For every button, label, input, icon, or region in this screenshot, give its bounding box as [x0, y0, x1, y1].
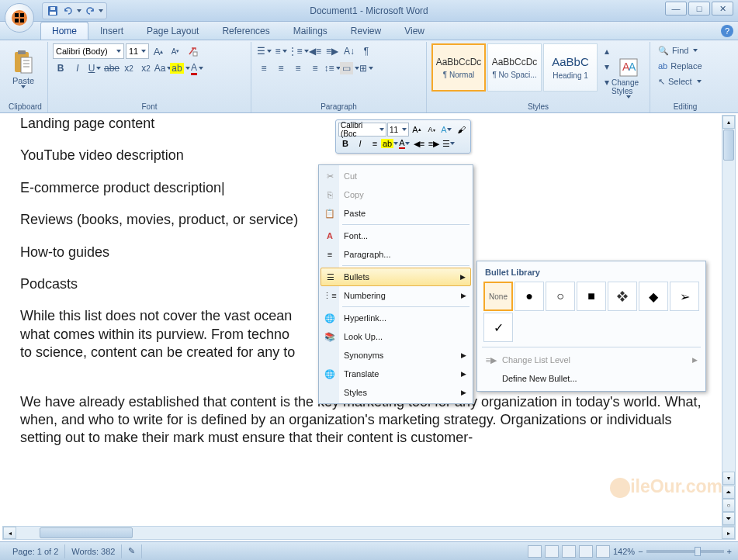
- horizontal-scrollbar[interactable]: ◂ ▸: [2, 526, 736, 540]
- view-outline-icon[interactable]: [579, 545, 593, 558]
- highlight-icon[interactable]: ab: [172, 60, 188, 76]
- mini-font-combo[interactable]: Calibri (Boc: [338, 123, 386, 137]
- shading-icon[interactable]: ▭: [341, 60, 357, 76]
- mini-format-painter-icon[interactable]: 🖌: [454, 123, 468, 137]
- mini-grow-icon[interactable]: A▴: [410, 123, 424, 137]
- vscroll-thumb[interactable]: [723, 130, 734, 161]
- ctx-lookup[interactable]: 📚Look Up...: [320, 327, 471, 346]
- font-color-icon[interactable]: A: [189, 60, 205, 76]
- tab-mailings[interactable]: Mailings: [282, 22, 339, 40]
- italic-icon[interactable]: I: [70, 60, 85, 76]
- ctx-numbering[interactable]: ⋮≡Numbering▶: [320, 286, 471, 305]
- ctx-font[interactable]: AFont...: [320, 226, 471, 245]
- strikethrough-icon[interactable]: abe: [104, 60, 120, 76]
- qat-customize-icon[interactable]: [99, 9, 103, 12]
- browse-object-icon[interactable]: ○: [722, 499, 735, 512]
- bullet-diamond[interactable]: ◆: [639, 282, 668, 311]
- superscript-icon[interactable]: x2: [138, 60, 154, 76]
- vertical-scrollbar[interactable]: ▴ ▾ ⏶ ○ ⏷: [722, 115, 736, 526]
- change-case-icon[interactable]: Aa: [155, 60, 171, 76]
- redo-icon[interactable]: [83, 4, 97, 18]
- ctx-cut[interactable]: ✂Cut: [320, 167, 471, 185]
- subscript-icon[interactable]: x2: [121, 60, 137, 76]
- mini-styles-icon[interactable]: A: [439, 123, 453, 137]
- mini-dec-indent-icon[interactable]: ◀≡: [412, 137, 426, 150]
- mini-italic-icon[interactable]: I: [353, 137, 367, 150]
- scroll-left-icon[interactable]: ◂: [3, 527, 16, 539]
- scroll-up-icon[interactable]: ▴: [722, 116, 735, 129]
- zoom-out-icon[interactable]: −: [638, 547, 643, 556]
- mini-bold-icon[interactable]: B: [338, 137, 352, 150]
- bullet-arrow[interactable]: ➢: [670, 282, 699, 311]
- ctx-paragraph[interactable]: ≡Paragraph...: [320, 245, 471, 264]
- office-button[interactable]: [5, 3, 34, 33]
- replace-button[interactable]: abReplace: [655, 59, 715, 73]
- zoom-level[interactable]: 142%: [613, 547, 635, 556]
- scroll-down-icon[interactable]: ▾: [722, 472, 735, 485]
- ctx-bullets[interactable]: ☰Bullets▶: [320, 268, 471, 286]
- paste-button[interactable]: Paste: [8, 43, 39, 95]
- save-icon[interactable]: [46, 4, 60, 18]
- style-no-spacing[interactable]: AaBbCcDc ¶ No Spaci...: [487, 43, 542, 92]
- font-family-combo[interactable]: Calibri (Body): [53, 43, 124, 59]
- ctx-styles[interactable]: Styles▶: [320, 383, 471, 402]
- mini-shrink-icon[interactable]: A▾: [424, 123, 438, 137]
- align-left-icon[interactable]: ≡: [256, 60, 272, 76]
- tab-references[interactable]: References: [210, 22, 281, 40]
- view-web-icon[interactable]: [562, 545, 576, 558]
- status-proofing-icon[interactable]: ✎: [122, 544, 142, 558]
- grow-font-icon[interactable]: A▴: [151, 43, 166, 59]
- bullet-square[interactable]: ■: [577, 282, 606, 311]
- select-button[interactable]: ↖Select: [655, 74, 715, 88]
- status-page[interactable]: Page: 1 of 2: [6, 544, 65, 558]
- zoom-in-icon[interactable]: +: [727, 547, 732, 556]
- view-draft-icon[interactable]: [596, 545, 610, 558]
- mini-inc-indent-icon[interactable]: ≡▶: [427, 137, 441, 150]
- ctx-translate[interactable]: 🌐Translate▶: [320, 365, 471, 383]
- bullet-4diamond[interactable]: [608, 282, 637, 311]
- close-button[interactable]: ✕: [712, 2, 733, 16]
- tab-view[interactable]: View: [393, 22, 436, 40]
- zoom-thumb[interactable]: [695, 547, 701, 556]
- view-print-layout-icon[interactable]: [528, 545, 542, 558]
- minimize-button[interactable]: —: [665, 2, 687, 16]
- prev-page-icon[interactable]: ⏶: [722, 486, 735, 499]
- status-words[interactable]: Words: 382: [65, 544, 122, 558]
- zoom-slider[interactable]: [646, 550, 724, 553]
- next-page-icon[interactable]: ⏷: [722, 512, 735, 525]
- bullet-none[interactable]: None: [483, 282, 513, 311]
- style-heading1[interactable]: AaBbC Heading 1: [543, 43, 598, 92]
- ctx-hyperlink[interactable]: 🌐Hyperlink...: [320, 309, 471, 327]
- bullet-circle[interactable]: ○: [546, 282, 575, 311]
- increase-indent-icon[interactable]: ≡▶: [324, 43, 340, 59]
- hscroll-thumb[interactable]: [40, 527, 133, 538]
- undo-dropdown-icon[interactable]: [77, 9, 81, 12]
- ctx-copy[interactable]: ⎘Copy: [320, 185, 471, 204]
- ctx-synonyms[interactable]: Synonyms▶: [320, 346, 471, 365]
- ctx-paste[interactable]: 📋Paste: [320, 204, 471, 223]
- define-new-bullet[interactable]: Define New Bullet...: [480, 369, 702, 388]
- mini-size-combo[interactable]: 11: [387, 123, 409, 137]
- help-icon[interactable]: ?: [721, 25, 733, 37]
- shrink-font-icon[interactable]: A▾: [168, 43, 183, 59]
- mini-font-color-icon[interactable]: A: [397, 137, 411, 150]
- scroll-right-icon[interactable]: ▸: [722, 527, 735, 539]
- bullets-icon[interactable]: ☰: [256, 43, 272, 59]
- multilevel-icon[interactable]: ⋮≡: [290, 43, 306, 59]
- change-list-level[interactable]: ≡▶Change List Level▶: [480, 351, 702, 369]
- decrease-indent-icon[interactable]: ◀≡: [307, 43, 323, 59]
- justify-icon[interactable]: ≡: [307, 60, 323, 76]
- borders-icon[interactable]: ⊞: [359, 60, 374, 76]
- mini-highlight-icon[interactable]: ab: [383, 137, 397, 150]
- bullet-disc[interactable]: ●: [515, 282, 544, 311]
- bold-icon[interactable]: B: [53, 60, 68, 76]
- tab-review[interactable]: Review: [339, 22, 393, 40]
- bullet-check[interactable]: ✓: [483, 313, 513, 342]
- align-right-icon[interactable]: ≡: [290, 60, 306, 76]
- clear-format-icon[interactable]: [185, 43, 200, 59]
- show-marks-icon[interactable]: ¶: [359, 43, 374, 59]
- align-center-icon[interactable]: ≡: [273, 60, 289, 76]
- mini-center-icon[interactable]: ≡: [368, 137, 382, 150]
- underline-icon[interactable]: U: [87, 60, 102, 76]
- tab-home[interactable]: Home: [40, 22, 88, 40]
